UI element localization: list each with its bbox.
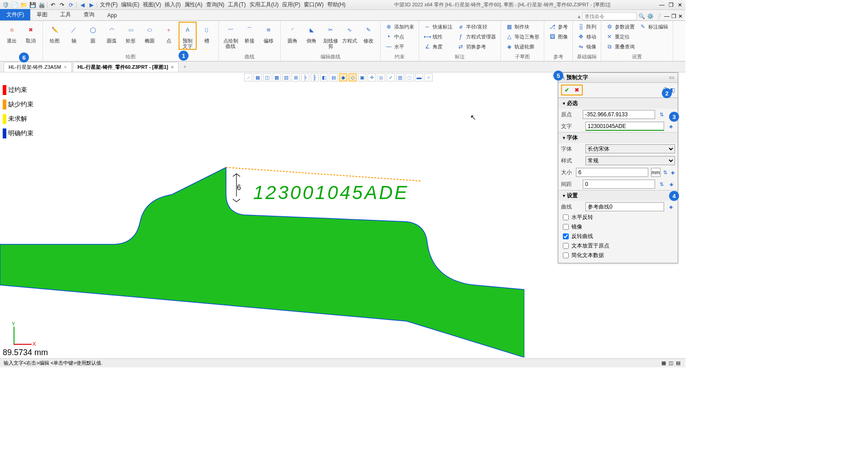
undo-icon[interactable]: ↶	[49, 1, 57, 9]
vt-btn[interactable]: ⟋	[244, 73, 252, 81]
curve-input[interactable]	[585, 202, 664, 211]
reposition-button[interactable]: ⤧重定位	[604, 32, 637, 42]
restore-icon[interactable]: ❐	[667, 1, 675, 9]
vt-btn[interactable]: ○	[425, 73, 433, 81]
menu-tools[interactable]: 工具(T)	[227, 1, 246, 9]
eqmgr-button[interactable]: ƒ方程式管理器	[455, 32, 498, 42]
modify-button[interactable]: ✎修改	[359, 22, 377, 44]
dimedit-button[interactable]: ✎标注编辑	[637, 22, 670, 32]
ellipse-button[interactable]: ⬭椭圆	[141, 22, 159, 44]
doc-tab-asm[interactable]: HL-行星架-铸件.Z3ASM×	[4, 62, 72, 72]
nav-back-icon[interactable]: ◀	[79, 1, 86, 9]
spinner-icon[interactable]: ⇅	[658, 110, 665, 119]
menu-app[interactable]: 应用(P)	[281, 1, 301, 9]
ribbon-collapse-icon[interactable]: ▴	[578, 13, 580, 19]
confirm-button[interactable]: ✔	[562, 86, 572, 95]
mirror-edit-button[interactable]: ⇋镜像	[576, 42, 598, 52]
vt-btn[interactable]: ◇	[349, 73, 357, 81]
quickdim-button[interactable]: ↔快速标注	[422, 22, 454, 32]
section-font[interactable]: 字体	[558, 133, 678, 143]
help-icon[interactable]: ❔	[656, 13, 662, 19]
add-constraint-button[interactable]: ⊕添加约束	[383, 22, 416, 32]
vt-btn[interactable]: ◎	[377, 73, 385, 81]
style-select[interactable]: 常规	[585, 156, 675, 165]
vt-btn[interactable]: ⊞	[292, 73, 300, 81]
axis-button[interactable]: ／轴	[65, 22, 83, 44]
horizontal-button[interactable]: ―水平	[383, 42, 416, 52]
cancel-panel-button[interactable]: ✖	[572, 86, 582, 95]
size-input[interactable]	[576, 168, 648, 177]
vt-btn[interactable]: ◌	[406, 73, 414, 81]
draw-button[interactable]: ✏️绘图	[46, 22, 64, 44]
offset-button[interactable]: ≋偏移	[259, 22, 278, 44]
vt-btn[interactable]: ◆	[339, 73, 347, 81]
nav-fwd-icon[interactable]: ▶	[88, 1, 95, 9]
reference-button[interactable]: ⎇参考	[547, 22, 570, 32]
circle-button[interactable]: ◯圆	[84, 22, 102, 44]
ribbon-tab-sketch[interactable]: 草图	[30, 9, 54, 20]
menu-window[interactable]: 窗口(W)	[303, 1, 324, 9]
panel-close-icon[interactable]: ▭	[668, 74, 675, 81]
gear-icon[interactable]: ⚙️	[647, 13, 654, 19]
chk-text-origin[interactable]	[563, 243, 569, 249]
spacing-input[interactable]	[583, 180, 655, 189]
rect-button[interactable]: ▭矩形	[122, 22, 140, 44]
vt-btn[interactable]: ◫	[263, 73, 271, 81]
command-search-input[interactable]	[582, 12, 637, 20]
slot-button[interactable]: ⬯槽	[198, 22, 216, 44]
window-minimize-icon[interactable]: —	[664, 13, 670, 19]
menu-file[interactable]: 文件(F)	[99, 1, 118, 9]
vt-btn[interactable]: ╞	[301, 73, 309, 81]
menu-insert[interactable]: 插入(I)	[164, 1, 181, 9]
array-button[interactable]: ⣿阵列	[576, 22, 598, 32]
image-button[interactable]: 🖼图像	[547, 32, 570, 42]
bridge-button[interactable]: ⌒桥接	[241, 22, 259, 44]
vt-btn[interactable]: ✛	[368, 73, 376, 81]
makeblock-button[interactable]: ▦制作块	[504, 22, 541, 32]
close-icon[interactable]: ×	[64, 64, 66, 70]
refresh-icon[interactable]: ⟳	[67, 1, 75, 9]
arc-button[interactable]: ◠圆弧	[103, 22, 121, 44]
ribbon-tab-tools[interactable]: 工具	[54, 9, 77, 20]
menu-view[interactable]: 视图(V)	[142, 1, 162, 9]
move-button[interactable]: ✥移动	[576, 32, 598, 42]
picker-icon[interactable]: ◈	[670, 168, 675, 176]
redo-icon[interactable]: ↷	[58, 1, 66, 9]
toggleref-button[interactable]: ⇄切换参考	[455, 42, 498, 52]
menu-attr[interactable]: 属性(A)	[184, 1, 203, 9]
overlapquery-button[interactable]: ⧉重叠查询	[604, 42, 637, 52]
chk-mirror[interactable]	[563, 224, 569, 230]
radius-button[interactable]: ⌀半径/直径	[455, 22, 498, 32]
ribbon-tab-app[interactable]: App	[101, 10, 123, 20]
spinner-icon[interactable]: ⇅	[658, 180, 665, 188]
vt-btn[interactable]: ▥	[396, 73, 404, 81]
font-select[interactable]: 长仿宋体	[585, 144, 675, 153]
close-icon[interactable]: ✕	[676, 1, 684, 9]
vt-btn[interactable]: ▣	[358, 73, 366, 81]
vt-btn[interactable]: ▬	[415, 73, 423, 81]
chk-simplify[interactable]	[563, 252, 569, 258]
status-icon[interactable]: ◫	[667, 360, 675, 366]
open-icon[interactable]: 📁	[20, 1, 27, 9]
close-icon[interactable]: ×	[171, 64, 174, 70]
text-input[interactable]	[585, 122, 664, 131]
chk-revcurve[interactable]	[563, 233, 569, 239]
minimize-icon[interactable]: —	[658, 1, 665, 9]
window-restore-icon[interactable]: ❐	[671, 13, 676, 19]
picker-icon[interactable]: ◈	[667, 203, 675, 211]
section-required[interactable]: 必选	[558, 98, 678, 109]
print-icon[interactable]: 🖨️	[38, 1, 45, 9]
fillet-button[interactable]: ◜圆角	[283, 22, 302, 44]
point-button[interactable]: ＋点	[160, 22, 178, 44]
window-close-icon[interactable]: ✕	[678, 13, 683, 19]
spinner-icon[interactable]: ⇅	[663, 168, 668, 176]
ribbon-tab-file[interactable]: 文件(F)	[0, 9, 30, 20]
save-icon[interactable]: 💾	[29, 1, 36, 9]
ribbon-tab-query[interactable]: 查询	[77, 9, 101, 20]
midpoint-button[interactable]: •中点	[383, 32, 416, 42]
vt-btn[interactable]: ╟	[311, 73, 319, 81]
vt-btn[interactable]: ◧	[320, 73, 328, 81]
exit-button[interactable]: ⎋退出	[3, 22, 21, 44]
vt-btn[interactable]: ▩	[273, 73, 281, 81]
linear-button[interactable]: ⟷线性	[422, 32, 454, 42]
